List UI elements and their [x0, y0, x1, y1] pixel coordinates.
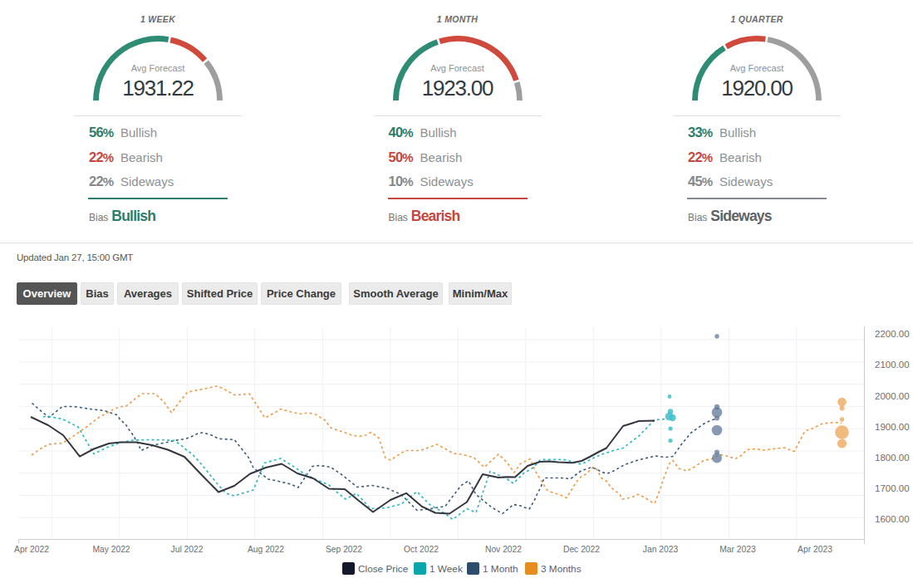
svg-text:Apr 2023: Apr 2023	[798, 545, 832, 554]
svg-text:Dec 2022: Dec 2022	[563, 545, 600, 554]
svg-text:Jan 2023: Jan 2023	[643, 545, 679, 554]
svg-text:Apr 2022: Apr 2022	[14, 545, 49, 554]
svg-text:2000.00: 2000.00	[875, 391, 910, 401]
svg-text:1 Month: 1 Month	[483, 563, 518, 575]
svg-text:Nov 2022: Nov 2022	[485, 545, 522, 554]
svg-text:1 Week: 1 Week	[430, 563, 463, 575]
svg-text:Mar 2023: Mar 2023	[719, 545, 756, 554]
svg-text:Aug 2022: Aug 2022	[248, 545, 284, 554]
svg-text:Oct 2022: Oct 2022	[404, 545, 439, 554]
svg-text:2100.00: 2100.00	[875, 360, 910, 370]
svg-text:1600.00: 1600.00	[875, 514, 910, 524]
svg-text:Sep 2022: Sep 2022	[326, 545, 362, 554]
svg-text:1800.00: 1800.00	[875, 453, 910, 463]
svg-text:Close Price: Close Price	[358, 563, 409, 575]
svg-text:3 Months: 3 Months	[541, 563, 582, 575]
svg-text:Jul 2022: Jul 2022	[171, 545, 204, 554]
svg-text:1700.00: 1700.00	[875, 483, 910, 493]
svg-text:2200.00: 2200.00	[875, 329, 910, 339]
svg-text:1900.00: 1900.00	[875, 422, 910, 432]
svg-text:May 2022: May 2022	[92, 545, 130, 554]
